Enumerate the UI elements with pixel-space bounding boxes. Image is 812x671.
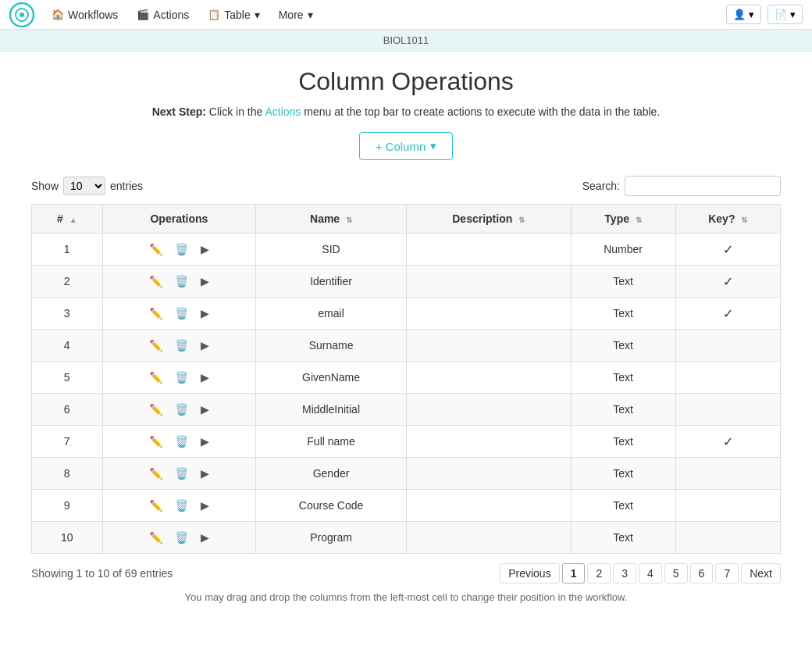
settings-dropdown-icon: ▾ xyxy=(790,9,796,20)
more-icon[interactable]: ▶ xyxy=(198,273,212,289)
nav-table-label: Table xyxy=(224,9,250,21)
edit-icon[interactable]: ✏️ xyxy=(146,402,166,417)
cell-number: 8 xyxy=(32,458,103,490)
edit-icon[interactable]: ✏️ xyxy=(146,305,166,321)
delete-icon[interactable]: 🗑️ xyxy=(172,434,191,449)
cell-key: ✓ xyxy=(675,298,780,330)
column-button-label: + Column xyxy=(376,140,426,153)
cell-operations: ✏️ 🗑️ ▶ xyxy=(102,266,256,298)
edit-icon[interactable]: ✏️ xyxy=(146,466,166,481)
edit-icon[interactable]: ✏️ xyxy=(146,498,166,513)
more-icon[interactable]: ▶ xyxy=(198,466,212,481)
cell-operations: ✏️ 🗑️ ▶ xyxy=(102,490,256,522)
top-navigation: 🏠 Workflows 🎬 Actions 📋 Table ▾ More ▾ 👤… xyxy=(0,0,812,30)
add-column-button[interactable]: + Column ▾ xyxy=(359,132,454,160)
logo-icon xyxy=(9,2,34,27)
more-icon[interactable]: ▶ xyxy=(198,402,212,417)
next-step-actions-link[interactable]: Actions xyxy=(265,105,301,118)
delete-icon[interactable]: 🗑️ xyxy=(172,241,191,257)
more-icon[interactable]: ▶ xyxy=(198,305,212,321)
column-dropdown-icon: ▾ xyxy=(430,139,436,153)
cell-operations: ✏️ 🗑️ ▶ xyxy=(102,426,256,458)
cell-operations: ✏️ 🗑️ ▶ xyxy=(102,234,256,266)
more-icon[interactable]: ▶ xyxy=(198,241,212,257)
col-header-key[interactable]: Key? ⇅ xyxy=(675,205,780,234)
edit-icon[interactable]: ✏️ xyxy=(146,273,166,289)
delete-icon[interactable]: 🗑️ xyxy=(172,498,191,513)
page-6-button[interactable]: 6 xyxy=(690,563,714,584)
cell-key: ✓ xyxy=(675,426,780,458)
nav-more[interactable]: More ▾ xyxy=(271,4,321,26)
col-header-number[interactable]: # ▲ xyxy=(32,205,103,234)
edit-icon[interactable]: ✏️ xyxy=(146,337,166,353)
page-7-button[interactable]: 7 xyxy=(715,563,739,584)
cell-operations: ✏️ 🗑️ ▶ xyxy=(102,394,256,426)
more-icon[interactable]: ▶ xyxy=(198,498,212,513)
cell-operations: ✏️ 🗑️ ▶ xyxy=(102,330,256,362)
more-icon[interactable]: ▶ xyxy=(198,530,212,545)
col-header-name[interactable]: Name ⇅ xyxy=(256,205,406,234)
more-icon[interactable]: ▶ xyxy=(198,337,212,353)
delete-icon[interactable]: 🗑️ xyxy=(172,369,191,385)
cell-description xyxy=(406,266,571,298)
user-icon: 👤 xyxy=(733,9,746,20)
sort-icon-name: ⇅ xyxy=(346,216,352,224)
cell-type: Text xyxy=(571,298,675,330)
page-5-button[interactable]: 5 xyxy=(664,563,688,584)
edit-icon[interactable]: ✏️ xyxy=(146,369,166,385)
edit-icon[interactable]: ✏️ xyxy=(146,241,166,257)
prev-page-button[interactable]: Previous xyxy=(500,563,559,584)
delete-icon[interactable]: 🗑️ xyxy=(172,466,191,481)
settings-menu-button[interactable]: 📄 ▾ xyxy=(767,5,803,24)
table-row: 9 ✏️ 🗑️ ▶ Course CodeText xyxy=(32,490,781,522)
table-row: 7 ✏️ 🗑️ ▶ Full nameText✓ xyxy=(32,426,781,458)
nav-table[interactable]: 📋 Table ▾ xyxy=(200,4,267,26)
cell-name: Course Code xyxy=(256,490,406,522)
search-input[interactable] xyxy=(625,176,781,196)
table-header: # ▲ Operations Name ⇅ Description ⇅ Type… xyxy=(32,205,781,234)
delete-icon[interactable]: 🗑️ xyxy=(172,273,191,289)
cell-name: SID xyxy=(256,234,406,266)
key-checkmark: ✓ xyxy=(723,275,733,288)
edit-icon[interactable]: ✏️ xyxy=(146,530,166,545)
delete-icon[interactable]: 🗑️ xyxy=(172,530,191,545)
nav-actions[interactable]: 🎬 Actions xyxy=(129,4,197,26)
page-title: Column Operations xyxy=(31,67,781,96)
table-row: 10 ✏️ 🗑️ ▶ ProgramText xyxy=(32,522,781,554)
col-header-type[interactable]: Type ⇅ xyxy=(571,205,675,234)
subtitle-bar: BIOL1011 xyxy=(0,30,812,52)
cell-name: Full name xyxy=(256,426,406,458)
next-step-label: Next Step: xyxy=(152,105,206,118)
cell-name: GivenName xyxy=(256,362,406,394)
col-header-description[interactable]: Description ⇅ xyxy=(406,205,571,234)
workflows-icon: 🏠 xyxy=(52,9,64,20)
cell-name: Surname xyxy=(256,330,406,362)
page-4-button[interactable]: 4 xyxy=(639,563,662,584)
next-page-button[interactable]: Next xyxy=(741,563,781,584)
cell-name: email xyxy=(256,298,406,330)
cell-type: Number xyxy=(571,234,675,266)
page-2-button[interactable]: 2 xyxy=(587,563,611,584)
nav-workflows[interactable]: 🏠 Workflows xyxy=(44,4,126,26)
page-3-button[interactable]: 3 xyxy=(613,563,636,584)
more-icon[interactable]: ▶ xyxy=(198,369,212,385)
cell-description xyxy=(406,458,571,490)
delete-icon[interactable]: 🗑️ xyxy=(172,337,191,353)
delete-icon[interactable]: 🗑️ xyxy=(172,402,191,417)
delete-icon[interactable]: 🗑️ xyxy=(172,305,191,321)
cell-operations: ✏️ 🗑️ ▶ xyxy=(102,298,256,330)
cell-description xyxy=(406,426,571,458)
page-1-button[interactable]: 1 xyxy=(562,563,586,584)
edit-icon[interactable]: ✏️ xyxy=(146,434,166,449)
search-label: Search: xyxy=(582,180,620,192)
cell-number: 6 xyxy=(32,394,103,426)
more-icon[interactable]: ▶ xyxy=(198,434,212,449)
col-header-operations: Operations xyxy=(102,205,256,234)
cell-name: Program xyxy=(256,522,406,554)
table-row: 4 ✏️ 🗑️ ▶ SurnameText xyxy=(32,330,781,362)
key-checkmark: ✓ xyxy=(723,307,733,320)
user-menu-button[interactable]: 👤 ▾ xyxy=(726,5,761,24)
entries-per-page-select[interactable]: 10 25 50 100 xyxy=(63,177,105,195)
cell-type: Text xyxy=(571,330,675,362)
cell-type: Text xyxy=(571,490,675,522)
